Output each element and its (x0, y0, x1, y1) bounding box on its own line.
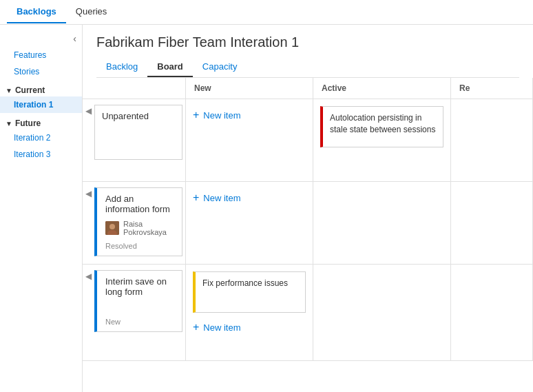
swimlane-cell-1: ◀ Add an information form Raisa Pokrovsk… (83, 182, 186, 264)
sidebar: ‹ Features Stories ▼ Current Iteration 1… (0, 25, 83, 392)
swimlane-status-2: New (105, 318, 175, 326)
swimlane-user-1: Raisa Pokrovskaya (105, 220, 175, 236)
sidebar-group-future[interactable]: ▼ Future (0, 113, 82, 130)
sidebar-item-iteration2[interactable]: Iteration 2 (0, 130, 82, 146)
board-row-1: ◀ Add an information form Raisa Pokrovsk… (83, 182, 533, 265)
col-header-active: Active (313, 78, 451, 99)
swimlane-cell-0: ◀ Unparented (83, 99, 186, 181)
work-card-title-0-active-0: Autolocation persisting in stale state b… (330, 112, 436, 136)
future-group-arrow-icon: ▼ (6, 120, 12, 127)
plus-icon-2-new: + (193, 321, 199, 333)
plus-icon-1-new: + (193, 192, 199, 204)
sidebar-item-features[interactable]: Features (0, 47, 82, 63)
swimlane-title-0: Unparented (102, 111, 175, 121)
swimlane-title-2: Interim save on long form (105, 276, 175, 297)
col-header-swimlane (83, 78, 186, 99)
work-card-title-2-new-0: Fix performance issues (202, 278, 298, 289)
top-navigation: Backlogs Queries (0, 0, 533, 25)
new-item-button-1-new[interactable]: + New item (193, 189, 306, 207)
active-cell-1 (313, 182, 451, 264)
new-cell-2: Fix performance issues + New item (186, 265, 313, 360)
swimlane-cell-2: ◀ Interim save on long form New (83, 265, 186, 360)
main-layout: ‹ Features Stories ▼ Current Iteration 1… (0, 25, 533, 392)
work-card-0-active-0[interactable]: Autolocation persisting in stale state b… (320, 106, 443, 147)
content-tabs: Backlog Board Capacity (96, 57, 519, 78)
board-header-row: New Active Re (83, 78, 533, 99)
svg-point-1 (109, 224, 115, 229)
content-area: Fabrikam Fiber Team Interation 1 Backlog… (83, 25, 533, 392)
sidebar-item-iteration3[interactable]: Iteration 3 (0, 146, 82, 163)
resolved-cell-2 (451, 265, 533, 360)
user-avatar-1 (105, 221, 119, 235)
user-name-1: Raisa Pokrovskaya (123, 220, 175, 236)
new-item-button-2-new[interactable]: + New item (193, 318, 306, 336)
swimlane-card-2: Interim save on long form New (94, 270, 182, 332)
work-card-2-new-0[interactable]: Fix performance issues (193, 271, 306, 313)
current-group-arrow-icon: ▼ (6, 87, 12, 94)
sidebar-collapse-button[interactable]: ‹ (73, 33, 76, 44)
resolved-cell-1 (451, 182, 533, 264)
new-item-button-0-new[interactable]: + New item (193, 106, 306, 124)
sidebar-group-current[interactable]: ▼ Current (0, 80, 82, 96)
new-cell-0: + New item (186, 99, 313, 181)
swimlane-collapse-icon-2[interactable]: ◀ (85, 271, 92, 281)
tab-capacity[interactable]: Capacity (193, 57, 247, 77)
board-row-2: ◀ Interim save on long form New Fix perf… (83, 265, 533, 361)
resolved-cell-0 (451, 99, 533, 181)
sidebar-item-iteration1[interactable]: Iteration 1 (0, 96, 82, 113)
swimlane-collapse-icon-1[interactable]: ◀ (85, 189, 92, 198)
content-header: Fabrikam Fiber Team Interation 1 Backlog… (83, 25, 533, 78)
active-cell-0: Autolocation persisting in stale state b… (313, 99, 451, 181)
board-table: New Active Re ◀ Unparented + (83, 78, 533, 392)
col-header-new: New (186, 78, 313, 99)
col-header-resolved: Re (451, 78, 533, 99)
tab-backlogs[interactable]: Backlogs (7, 1, 66, 23)
tab-backlog[interactable]: Backlog (96, 57, 147, 77)
swimlane-status-1: Resolved (105, 242, 175, 250)
tab-board[interactable]: Board (147, 57, 193, 77)
board-area: New Active Re ◀ Unparented + (83, 78, 533, 392)
plus-icon-0-new: + (193, 109, 199, 121)
active-cell-2 (313, 265, 451, 360)
sidebar-item-stories[interactable]: Stories (0, 63, 82, 80)
swimlane-card-0: Unparented (94, 105, 182, 160)
swimlane-card-1: Add an information form Raisa Pokrovskay… (94, 187, 182, 256)
page-title: Fabrikam Fiber Team Interation 1 (96, 34, 519, 50)
tab-queries[interactable]: Queries (66, 1, 117, 23)
board-row-0: ◀ Unparented + New item Autolocatio (83, 99, 533, 182)
swimlane-title-1: Add an information form (105, 194, 175, 214)
new-cell-1: + New item (186, 182, 313, 264)
swimlane-collapse-icon-0[interactable]: ◀ (85, 106, 92, 116)
